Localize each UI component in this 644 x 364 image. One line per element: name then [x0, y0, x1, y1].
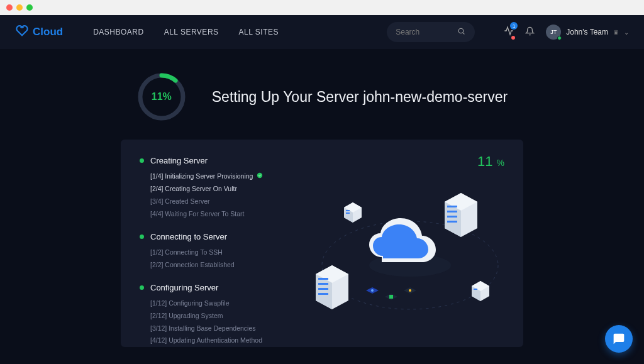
step-label: [1/2] Connecting To SSH — [150, 246, 223, 259]
progress-panel: 11 % Creating Server[1/4] Initializing S… — [121, 140, 523, 347]
svg-rect-15 — [318, 293, 328, 295]
team-name: John's Team — [566, 28, 608, 36]
svg-point-3 — [257, 173, 262, 178]
stage-bullet — [140, 234, 144, 239]
check-icon — [257, 170, 263, 182]
app-header: Cloud DASHBOARD ALL SERVERS ALL SITES 1 … — [0, 15, 644, 49]
window-minimize-dot[interactable] — [16, 4, 23, 11]
avatar-initials: JT — [550, 29, 557, 35]
chat-button[interactable] — [605, 325, 633, 353]
step-label: [1/12] Configuring Swapfile — [150, 297, 230, 310]
svg-rect-5 — [346, 210, 350, 211]
chevron-down-icon: ⌄ — [624, 29, 629, 36]
svg-point-0 — [458, 28, 464, 33]
step-label: [4/12] Updating Authentication Method — [150, 334, 262, 347]
svg-point-17 — [371, 289, 374, 292]
step-label: [2/12] Upgrading System — [150, 310, 223, 323]
stage-bullet — [140, 158, 144, 163]
header-actions: 1 JT John's Team ♛ ⌄ — [504, 25, 629, 40]
progress-percent: 11% — [136, 72, 187, 122]
step-label: [3/12] Installing Base Dependencies — [150, 323, 256, 335]
step-label: [3/4] Created Server — [150, 196, 210, 208]
stage-title: Configuring Server — [150, 283, 218, 292]
main-nav: DASHBOARD ALL SERVERS ALL SITES — [93, 28, 279, 36]
activity-badge: 1 — [510, 22, 518, 30]
step-item: [1/4] Initializing Server Provisioning — [150, 170, 504, 183]
activity-icon[interactable]: 1 — [504, 26, 514, 38]
team-dropdown[interactable]: JT John's Team ♛ ⌄ — [546, 25, 629, 40]
svg-rect-7 — [447, 206, 457, 207]
nav-all-servers[interactable]: ALL SERVERS — [164, 28, 219, 36]
page-title: Setting Up Your Server john-new-demo-ser… — [212, 89, 508, 106]
browser-chrome — [0, 0, 644, 15]
stage-header: Creating Server — [140, 156, 504, 165]
svg-rect-10 — [447, 221, 457, 223]
activity-alert-dot — [511, 36, 515, 40]
stage-title: Creating Server — [150, 156, 208, 165]
step-label: [4/4] Waiting For Server To Start — [150, 208, 244, 221]
stage-title: Connecting to Server — [150, 232, 227, 241]
search-icon — [457, 26, 465, 38]
svg-rect-13 — [318, 283, 328, 285]
stage-bullet — [140, 285, 144, 290]
progress-ring: 11% — [136, 72, 187, 122]
avatar: JT — [546, 25, 561, 40]
logo[interactable]: Cloud — [15, 24, 63, 41]
hero-section: 11% Setting Up Your Server john-new-demo… — [0, 49, 644, 140]
svg-point-19 — [409, 289, 411, 292]
step-item: [4/12] Updating Authentication Method — [150, 334, 504, 347]
svg-rect-12 — [318, 278, 328, 280]
svg-rect-14 — [318, 288, 328, 290]
nav-dashboard[interactable]: DASHBOARD — [93, 28, 144, 36]
step-label: [2/2] Connection Established — [150, 259, 235, 272]
svg-rect-18 — [389, 295, 393, 299]
svg-rect-8 — [447, 211, 457, 212]
crown-icon: ♛ — [613, 29, 619, 36]
window-close-dot[interactable] — [6, 4, 13, 11]
logo-text: Cloud — [33, 26, 63, 38]
search-input[interactable] — [396, 28, 452, 36]
svg-rect-6 — [346, 212, 350, 214]
svg-rect-16 — [474, 289, 477, 290]
search-box[interactable] — [387, 22, 475, 42]
panel-percent: 11 % — [477, 153, 504, 170]
window-maximize-dot[interactable] — [26, 4, 33, 11]
svg-rect-9 — [447, 216, 457, 218]
nav-all-sites[interactable]: ALL SITES — [239, 28, 279, 36]
step-label: [2/4] Creating Server On Vultr — [150, 183, 237, 196]
logo-icon — [15, 24, 29, 41]
bell-icon[interactable] — [525, 26, 535, 38]
avatar-online-dot — [557, 36, 562, 40]
step-label: [1/4] Initializing Server Provisioning — [150, 170, 253, 183]
cloud-server-illustration — [309, 184, 511, 334]
